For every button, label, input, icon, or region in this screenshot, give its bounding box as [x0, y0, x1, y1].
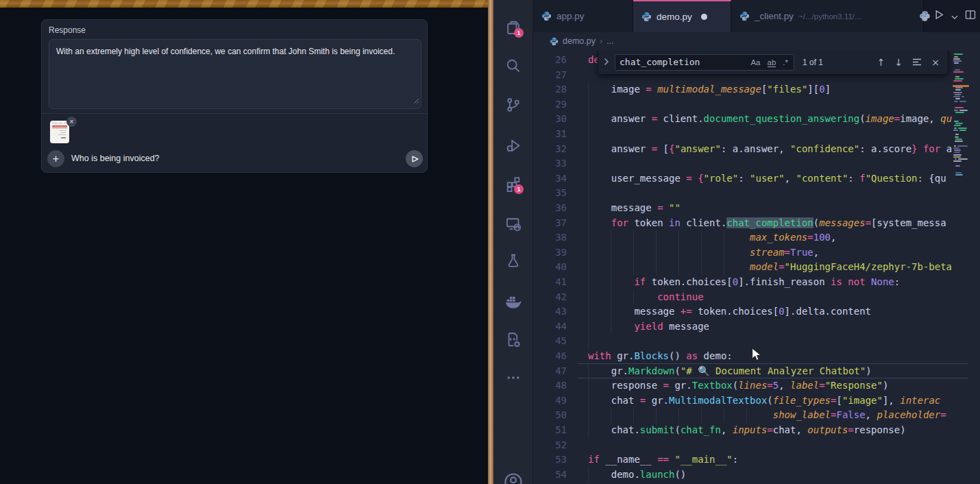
account-icon[interactable]	[493, 466, 533, 484]
line-number[interactable]: 38	[533, 230, 567, 245]
line-number[interactable]: 40	[533, 260, 567, 275]
line-number[interactable]: 35	[533, 186, 567, 201]
modified-dot[interactable]	[701, 14, 707, 20]
search-icon[interactable]	[493, 50, 533, 82]
next-match-button[interactable]: ↓	[895, 57, 903, 68]
line-number[interactable]: 42	[533, 290, 567, 305]
tab-client-py[interactable]: _client.py ~/.../python3.11/...	[731, 0, 924, 32]
line-number[interactable]: 44	[533, 319, 567, 335]
code-line[interactable]: 48 response = gr.Textbox(lines=5, label=…	[533, 378, 953, 394]
line-number[interactable]: 47	[533, 364, 567, 379]
line-number[interactable]: 27	[533, 68, 567, 83]
code-line[interactable]: 34 user_message = {"role": "user", "cont…	[533, 171, 953, 186]
breadcrumb-more[interactable]: ...	[607, 36, 613, 46]
tab-demo-py[interactable]: demo.py	[633, 0, 731, 32]
line-number[interactable]: 53	[533, 452, 567, 468]
code-line[interactable]: 45	[533, 334, 953, 349]
code-line[interactable]: 35	[533, 186, 953, 201]
line-number[interactable]: 46	[533, 349, 567, 364]
code-line[interactable]: 36 message = ""	[533, 201, 953, 216]
find-in-selection-button[interactable]	[912, 57, 922, 68]
code-line[interactable]: 47 gr.Markdown("# 🔍 Document Analyzer Ch…	[533, 364, 953, 379]
docker-icon[interactable]	[493, 285, 533, 317]
code-area[interactable]: 26de2728 image = multimodal_message["fil…	[533, 50, 953, 484]
minimap[interactable]	[953, 50, 969, 484]
whole-word-icon[interactable]: ab	[764, 58, 780, 66]
line-number[interactable]: 30	[533, 112, 567, 127]
line-number[interactable]: 34	[533, 171, 567, 186]
code-line[interactable]: 37 for token in client.chat_completion(m…	[533, 216, 953, 231]
send-button[interactable]	[406, 150, 423, 167]
response-textarea[interactable]: With an extremely high level of confiden…	[49, 39, 421, 109]
run-button[interactable]	[934, 10, 944, 23]
indent-guide	[588, 156, 589, 171]
code-editor[interactable]: 26de2728 image = multimodal_message["fil…	[533, 50, 980, 484]
code-line[interactable]: 31	[533, 127, 953, 142]
add-file-button[interactable]: +	[47, 150, 64, 167]
close-find-button[interactable]: ×	[931, 57, 940, 68]
code-line[interactable]: 33	[533, 156, 953, 171]
line-number[interactable]: 37	[533, 216, 567, 231]
line-number[interactable]: 33	[533, 156, 567, 171]
minimap-line	[959, 130, 966, 131]
code-line[interactable]: 30 answer = client.document_question_ans…	[533, 112, 953, 127]
source-control-icon[interactable]	[493, 89, 533, 121]
resize-handle-icon[interactable]	[412, 95, 419, 107]
minimap-line	[954, 128, 957, 129]
run-dropdown-chevron-icon[interactable]	[951, 10, 958, 23]
file-settings-icon[interactable]	[493, 324, 533, 356]
code-line[interactable]: 28 image = multimodal_message["files"][0…	[533, 82, 953, 97]
wallpaper-strip	[0, 0, 488, 8]
line-number[interactable]: 29	[533, 97, 567, 112]
code-line[interactable]: 43 message += token.choices[0].delta.con…	[533, 304, 953, 319]
code-line[interactable]: 51 chat.submit(chat_fn, inputs=chat, out…	[533, 423, 953, 438]
line-number[interactable]: 41	[533, 275, 567, 290]
line-number[interactable]: 51	[533, 423, 567, 438]
line-number[interactable]: 28	[533, 82, 567, 97]
code-text: image = multimodal_message["files"][0]	[588, 82, 831, 97]
code-line[interactable]: 44 yield message	[533, 319, 953, 335]
code-line[interactable]: 54 demo.launch()	[533, 468, 953, 483]
line-number[interactable]: 31	[533, 127, 567, 142]
line-number[interactable]: 52	[533, 438, 567, 453]
find-input[interactable]	[615, 57, 747, 67]
line-number[interactable]: 50	[533, 408, 567, 423]
explorer-icon[interactable]: 1	[493, 12, 533, 43]
test-flask-icon[interactable]	[493, 245, 533, 276]
code-line[interactable]: 52	[533, 438, 953, 453]
attachment-thumbnail[interactable]	[50, 121, 69, 143]
match-case-icon[interactable]: Aa	[747, 58, 763, 66]
split-editor-button[interactable]	[965, 10, 976, 23]
code-line[interactable]: 49 chat = gr.MultimodalTextbox(file_type…	[533, 394, 953, 409]
code-line[interactable]: 39 stream=True,	[533, 245, 953, 261]
minimap-line	[955, 98, 960, 99]
code-line[interactable]: 40 model="HuggingFaceH4/zephyr-7b-beta	[533, 260, 953, 275]
code-line[interactable]: 38 max_tokens=100,	[533, 230, 953, 245]
line-number[interactable]: 39	[533, 245, 567, 261]
line-number[interactable]: 26	[533, 53, 567, 68]
code-line[interactable]: 41 if token.choices[0].finish_reason is …	[533, 275, 953, 290]
line-number[interactable]: 49	[533, 394, 567, 409]
more-icon[interactable]	[493, 362, 533, 394]
line-number[interactable]: 54	[533, 468, 567, 483]
find-expand-chevron-icon[interactable]	[598, 56, 615, 69]
remove-attachment-button[interactable]: ×	[66, 117, 77, 127]
code-line[interactable]: 46with gr.Blocks() as demo:	[533, 349, 953, 364]
line-number[interactable]: 43	[533, 304, 567, 319]
line-number[interactable]: 48	[533, 378, 567, 394]
run-debug-icon[interactable]	[493, 129, 533, 160]
line-number[interactable]: 36	[533, 201, 567, 216]
extensions-icon[interactable]: 1	[493, 168, 533, 199]
remote-explorer-icon[interactable]	[493, 208, 533, 239]
tab-app-py[interactable]: app.py	[533, 0, 633, 32]
regex-icon[interactable]: .*	[779, 58, 794, 66]
code-line[interactable]: 42 continue	[533, 290, 953, 305]
code-line[interactable]: 29	[533, 97, 953, 112]
breadcrumb-file[interactable]: demo.py	[563, 36, 596, 46]
code-line[interactable]: 50 show_label=False, placeholder=	[533, 408, 953, 423]
previous-match-button[interactable]: ↑	[877, 57, 885, 68]
line-number[interactable]: 32	[533, 142, 567, 157]
code-line[interactable]: 32 answer = [{"answer": a.answer, "confi…	[533, 142, 953, 157]
line-number[interactable]: 45	[533, 334, 567, 349]
code-line[interactable]: 53if __name__ == "__main__":	[533, 452, 953, 468]
